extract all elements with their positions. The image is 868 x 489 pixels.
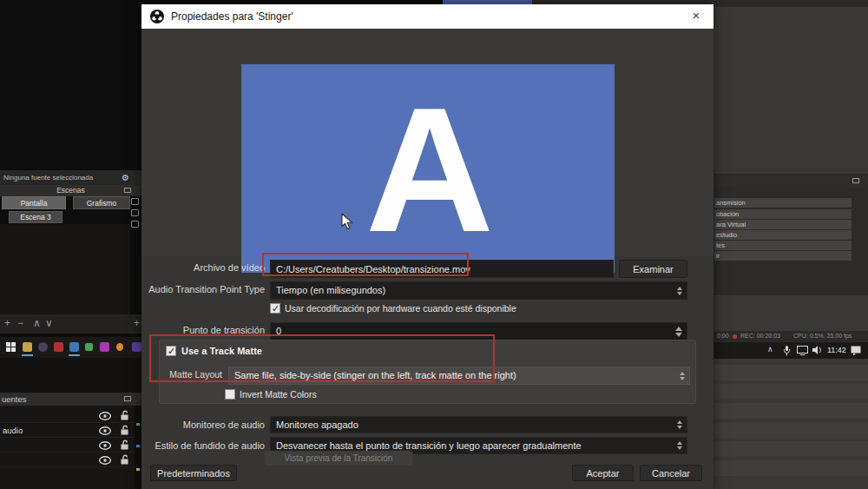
studio-mode-button[interactable]: estudio <box>714 230 852 240</box>
exit-button[interactable]: ir <box>714 251 852 261</box>
move-down-button[interactable]: ∨ <box>45 317 53 329</box>
source-label: audio <box>3 426 23 435</box>
source-row[interactable]: audio <box>0 423 135 438</box>
taskbar-app-icon-5[interactable] <box>116 343 123 351</box>
scenes-header-label: Escenas <box>56 186 85 195</box>
annotation-rect-file-path <box>262 253 469 276</box>
move-up-button[interactable]: ∧ <box>33 317 41 329</box>
preview-letter: A <box>365 80 490 258</box>
sources-header-label: uentes <box>2 394 27 404</box>
audio-point-type-label: Audio Transition Point Type <box>122 284 265 294</box>
scene-list-area <box>0 224 130 314</box>
source-row[interactable] <box>0 438 135 453</box>
panel-menu-icon[interactable] <box>124 396 131 401</box>
hw-decode-label: Usar decodificación por hardware cuando … <box>285 303 516 314</box>
controls-panel-header <box>713 175 868 187</box>
remove-scene-button[interactable]: − <box>17 317 23 329</box>
stepper-arrows[interactable] <box>680 372 685 380</box>
meter-yellow <box>136 468 140 471</box>
video-file-label: Archivo de vídeo <box>122 262 265 273</box>
mic-icon[interactable] <box>783 345 791 356</box>
bg-obs-left: Ninguna fuente seleccionada ⚙ Escenas Pa… <box>0 0 141 489</box>
scene-item-grafismo[interactable]: Grafismo <box>73 196 130 209</box>
status-bar: 0:00 REC: 00:20:03 CPU: 0.5%, 25.00 fps <box>713 331 868 342</box>
start-recording-button[interactable]: obación <box>714 209 852 219</box>
obs-logo-icon <box>150 10 164 23</box>
browse-button[interactable]: Examinar <box>619 260 687 278</box>
eye-icon[interactable] <box>99 456 111 465</box>
video-preview: A <box>241 64 615 273</box>
preview-transition-button[interactable]: Vista previa de la Transición <box>265 451 412 466</box>
panel-menu-icon[interactable] <box>852 178 859 183</box>
taskbar-app-icon-4[interactable] <box>100 342 109 352</box>
taskbar-app-icon-1[interactable] <box>38 342 48 352</box>
speaker-icon[interactable] <box>812 346 823 354</box>
add-scene-button[interactable]: + <box>4 317 10 329</box>
eye-icon[interactable] <box>99 412 111 420</box>
taskbar-left <box>0 337 141 358</box>
scene-toolbar: + − ∧ ∨ + <box>0 314 141 334</box>
stepper-arrows[interactable] <box>677 287 682 295</box>
source-row[interactable] <box>0 453 135 467</box>
active-underline <box>69 354 80 356</box>
bg-row <box>713 460 868 476</box>
audio-point-type-select[interactable]: Tiempo (en milisegundos) <box>270 281 687 300</box>
defaults-button[interactable]: Predeterminados <box>150 465 237 481</box>
start-streaming-button[interactable]: ansmisión <box>714 198 852 208</box>
speaker-source-icon <box>131 209 139 216</box>
eye-icon[interactable] <box>99 441 111 450</box>
notification-icon[interactable] <box>851 346 861 355</box>
ok-button[interactable]: Aceptar <box>572 465 634 481</box>
chevron-up-icon[interactable]: ∧ <box>767 345 773 354</box>
panel-menu-icon[interactable] <box>124 188 131 193</box>
scenes-panel-header: Escenas <box>0 185 141 196</box>
stream-time-fragment: 0:00 <box>717 331 729 341</box>
tray-clock[interactable]: 11:42 <box>827 346 846 354</box>
hw-decode-checkbox[interactable] <box>270 303 280 314</box>
screen: Ninguna fuente seleccionada ⚙ Escenas Pa… <box>0 0 868 489</box>
gear-icon[interactable]: ⚙ <box>122 170 129 185</box>
display-capture-icon <box>131 198 139 205</box>
dialog-titlebar[interactable]: Propiedades para 'Stinger' × <box>141 4 713 29</box>
bg-row <box>713 403 868 419</box>
stepper-arrows[interactable] <box>677 420 682 429</box>
start-icon[interactable] <box>6 342 16 352</box>
display-icon[interactable] <box>797 346 808 355</box>
mic-source-icon <box>131 221 139 228</box>
no-source-text: Ninguna fuente seleccionada <box>3 174 93 182</box>
audio-monitoring-select[interactable]: Monitoreo apagado <box>270 416 687 433</box>
rec-dot <box>733 334 737 339</box>
stepper-arrows[interactable] <box>677 441 682 450</box>
rec-status: REC: 00:20:03 <box>740 331 780 341</box>
sources-list: audio <box>0 406 135 489</box>
bg-row <box>713 441 868 457</box>
settings-button[interactable]: tes <box>714 241 852 250</box>
bg-row <box>713 422 868 438</box>
virtual-camera-button[interactable]: ara Virtual <box>714 220 852 229</box>
eye-icon[interactable] <box>99 426 111 435</box>
mouse-cursor <box>341 213 353 230</box>
cancel-button[interactable]: Cancelar <box>640 465 702 481</box>
audio-monitoring-value: Monitoreo apagado <box>276 420 358 430</box>
audio-fade-value: Desvanecer hasta el punto de transición … <box>276 440 582 451</box>
close-icon[interactable]: × <box>687 8 705 23</box>
folder-icon[interactable] <box>23 342 32 352</box>
photos-icon[interactable] <box>69 342 79 352</box>
taskbar-app-icon-3[interactable] <box>85 343 93 351</box>
source-row[interactable] <box>0 408 135 423</box>
lock-icon[interactable] <box>120 454 129 465</box>
preview-zone: A <box>141 29 713 256</box>
taskbar-right: ∧ 11:42 <box>713 342 868 359</box>
audio-fade-label: Estilo de fundido de audio <box>122 440 265 451</box>
stepper-arrows[interactable] <box>675 327 682 337</box>
invert-matte-label: Invert Matte Colors <box>240 389 317 400</box>
scene-item-escena3[interactable]: Escena 3 <box>9 211 62 223</box>
no-source-bar: Ninguna fuente seleccionada ⚙ <box>0 170 141 185</box>
sources-panel-header: uentes <box>0 393 141 406</box>
annotation-rect-track-matte <box>149 334 495 382</box>
taskbar-app-icon-2[interactable] <box>54 342 63 352</box>
invert-matte-checkbox[interactable] <box>225 389 235 400</box>
taskbar-app-icon-6[interactable] <box>132 342 141 352</box>
cpu-status: CPU: 0.5%, 25.00 fps <box>793 331 852 341</box>
scene-item-pantalla[interactable]: Pantalla <box>2 196 66 209</box>
